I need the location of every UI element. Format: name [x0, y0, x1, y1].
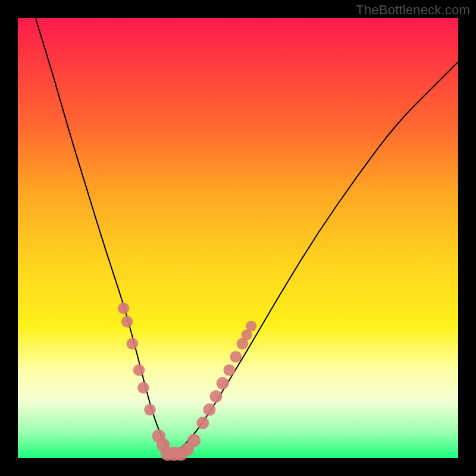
right-cluster-9 — [246, 321, 256, 331]
left-cluster-6 — [144, 404, 156, 416]
left-cluster-5 — [137, 382, 149, 394]
right-cluster-3 — [210, 390, 223, 403]
left-cluster-2 — [121, 316, 133, 328]
right-cluster-4 — [217, 377, 229, 390]
bottom-7 — [187, 434, 201, 447]
right-cluster-5 — [223, 364, 235, 376]
right-cluster-1 — [196, 416, 209, 429]
marker-group — [118, 303, 257, 461]
left-cluster-1 — [118, 303, 130, 315]
bottleneck-curve-path — [36, 18, 458, 451]
left-cluster-3 — [127, 338, 139, 350]
outer-frame: TheBottleneck.com — [0, 0, 476, 476]
right-cluster-6 — [230, 351, 242, 363]
watermark-label: TheBottleneck.com — [356, 2, 470, 18]
right-cluster-2 — [203, 403, 215, 416]
chart-svg — [18, 18, 458, 458]
curve-group — [36, 18, 458, 451]
left-cluster-4 — [133, 364, 145, 376]
